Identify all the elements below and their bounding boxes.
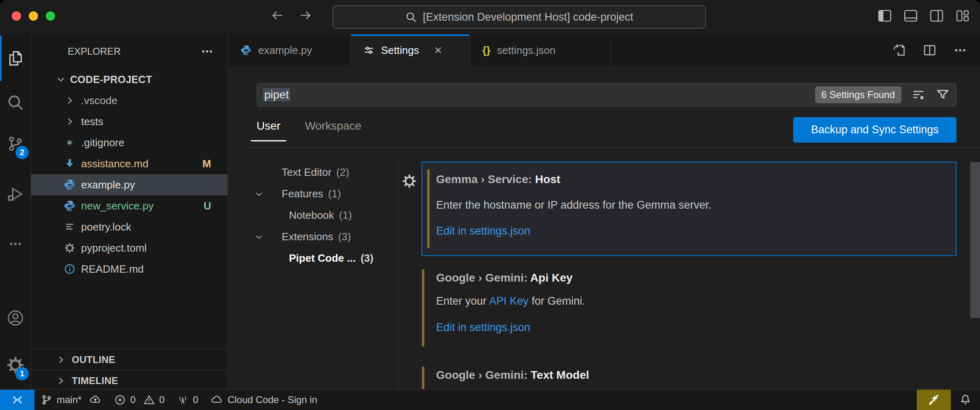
setting-gear-icon[interactable] [402, 173, 417, 189]
accounts-button[interactable] [0, 306, 30, 330]
run-debug-activity-button[interactable] [0, 182, 30, 207]
tree-item-example-py[interactable]: example.py [31, 174, 227, 195]
timeline-section-header[interactable]: TIMELINE [31, 369, 227, 391]
markdown-download-icon [64, 158, 76, 170]
api-key-link[interactable]: API Key [489, 295, 529, 307]
close-tab-icon[interactable] [433, 45, 443, 56]
tree-item-poetry-lock[interactable]: poetry.lock [31, 216, 227, 237]
tab-example-py[interactable]: example.py [228, 34, 351, 66]
clear-settings-search-icon[interactable] [911, 88, 926, 102]
gemini-disabled-status[interactable] [917, 390, 951, 410]
setting-row-gemini-text-model[interactable]: Google › Gemini: Text Model [422, 367, 956, 390]
split-editor-icon[interactable] [922, 43, 937, 58]
branch-icon [41, 394, 53, 406]
explorer-sidebar: EXPLORER CODE-PROJECT .vscode tests [31, 34, 228, 390]
scope-tab-user[interactable]: User [257, 120, 280, 141]
source-control-activity-button[interactable]: 2 [0, 132, 30, 156]
files-icon [6, 49, 25, 68]
toc-divider [398, 160, 399, 390]
tree-item-tests[interactable]: tests [31, 111, 227, 132]
scope-tab-workspace[interactable]: Workspace [305, 120, 362, 141]
broadcast-icon [177, 394, 189, 406]
chevron-right-icon [64, 95, 75, 106]
lock-list-file-icon [64, 221, 76, 233]
remote-indicator[interactable] [0, 390, 34, 410]
customize-layout-icon[interactable] [955, 9, 970, 23]
toggle-secondary-sidebar-icon[interactable] [929, 9, 944, 23]
git-modified-badge: M [202, 158, 211, 170]
account-icon [6, 309, 25, 327]
tree-root-code-project[interactable]: CODE-PROJECT [31, 69, 227, 90]
ports-status[interactable]: 0 [171, 390, 204, 410]
vscode-window: [Extension Development Host] code-projec… [0, 0, 980, 410]
setting-row-gemma-service-host[interactable]: Gemma › Service: Host Enter the hostname… [422, 162, 956, 256]
toc-item-text-editor[interactable]: Text Editor(2) [228, 162, 398, 183]
tab-settings-json[interactable]: {} settings.json [470, 34, 611, 66]
chevron-right-icon [64, 116, 75, 127]
settings-sliders-icon [363, 45, 374, 56]
toggle-primary-sidebar-icon[interactable] [877, 9, 892, 23]
command-center[interactable]: [Extension Development Host] code-projec… [332, 5, 706, 29]
notifications-button[interactable] [951, 393, 980, 406]
results-count-badge: 6 Settings Found [815, 86, 901, 103]
titlebar: [Extension Development Host] code-projec… [0, 0, 980, 34]
edit-in-settings-json-link[interactable]: Edit in settings.json [436, 321, 531, 334]
filter-settings-icon[interactable] [935, 88, 950, 102]
setting-row-gemini-api-key[interactable]: Google › Gemini: Api Key Enter your API … [422, 269, 956, 346]
publish-cloud-icon [89, 393, 102, 406]
forward-button[interactable] [298, 8, 313, 23]
status-bar-right [917, 390, 980, 410]
python-file-icon [64, 200, 76, 212]
toc-item-notebook[interactable]: Notebook(1) [228, 205, 398, 226]
modified-indicator [422, 367, 424, 390]
search-icon [6, 93, 25, 112]
layout-controls [877, 9, 970, 23]
explorer-activity-button[interactable] [0, 46, 30, 70]
search-icon [405, 11, 417, 23]
status-bar: main* 0 0 0 [0, 389, 980, 410]
back-button[interactable] [270, 8, 285, 23]
python-file-icon [240, 45, 252, 56]
activity-bar: 2 1 [0, 34, 31, 390]
tree-item-pyproject-toml[interactable]: pyproject.toml [31, 237, 227, 258]
settings-search-input[interactable]: pipet 6 Settings Found [257, 83, 956, 107]
cloud-code-status[interactable]: Cloud Code - Sign in [204, 390, 323, 410]
git-branch-status[interactable]: main* [34, 390, 108, 410]
toc-item-extensions[interactable]: Extensions(3) [228, 226, 398, 248]
manage-settings-button[interactable]: 1 [0, 353, 30, 377]
close-window-button[interactable] [12, 11, 21, 21]
python-file-icon [64, 179, 76, 191]
tree-item-gitignore[interactable]: .gitignore [31, 132, 227, 153]
minimize-window-button[interactable] [29, 11, 38, 21]
modified-indicator [422, 269, 424, 346]
more-views-button[interactable] [0, 232, 30, 256]
tab-settings[interactable]: Settings [351, 34, 470, 66]
macos-window-controls [12, 11, 55, 21]
problems-status[interactable]: 0 0 [108, 390, 171, 410]
settings-scrollbar[interactable] [970, 162, 980, 318]
chevron-down-icon [254, 232, 264, 242]
open-settings-json-icon[interactable] [892, 43, 906, 58]
edit-in-settings-json-link[interactable]: Edit in settings.json [436, 225, 531, 237]
tree-item-new-service-py[interactable]: new_service.py U [31, 195, 227, 216]
info-file-icon [64, 263, 76, 275]
backup-sync-settings-button[interactable]: Backup and Sync Settings [793, 117, 956, 143]
bell-icon [959, 393, 972, 406]
window-title: [Extension Development Host] code-projec… [423, 11, 633, 23]
more-actions-icon[interactable] [953, 43, 967, 57]
settings-editor: pipet 6 Settings Found User Workspace [228, 66, 980, 390]
toc-item-features[interactable]: Features(1) [228, 183, 398, 205]
error-icon [114, 394, 126, 406]
tree-item-readme-md[interactable]: README.md [31, 258, 227, 280]
explorer-more-actions-icon[interactable] [201, 45, 214, 58]
outline-section-header[interactable]: OUTLINE [31, 348, 227, 370]
file-tree: CODE-PROJECT .vscode tests .gitignore [31, 69, 227, 280]
toc-item-pipet-code[interactable]: Pipet Code ...(3) [228, 248, 398, 269]
tree-item-vscode[interactable]: .vscode [31, 90, 227, 111]
chevron-right-icon [56, 354, 66, 365]
fullscreen-window-button[interactable] [46, 11, 55, 21]
settings-header-divider [245, 147, 980, 148]
search-activity-button[interactable] [0, 90, 30, 115]
toggle-panel-icon[interactable] [903, 9, 918, 23]
tree-item-assistance-md[interactable]: assistance.md M [31, 153, 227, 174]
